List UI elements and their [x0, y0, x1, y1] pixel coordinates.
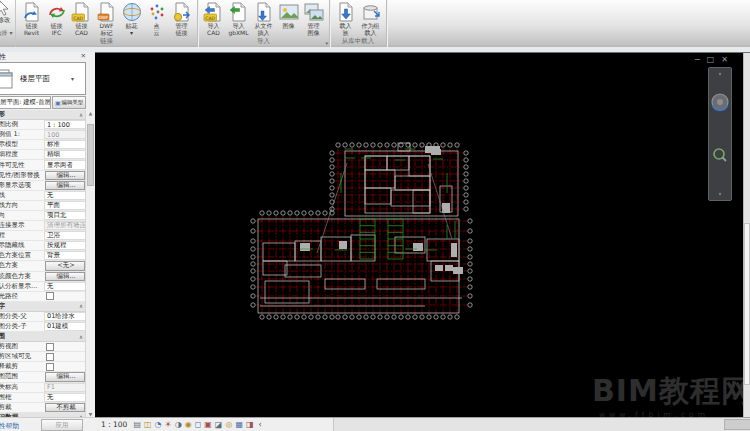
property-label: 可见性/图形替换 [0, 171, 44, 180]
instance-selector[interactable]: 楼层平面: 建模-首层 ∨ [0, 96, 51, 109]
displaced-elements-icon[interactable]: ◨ [246, 419, 254, 431]
ribbon-button-image[interactable]: 图像 [276, 1, 301, 30]
vertical-scrollbar[interactable] [743, 53, 750, 418]
property-value[interactable]: 无 [44, 393, 86, 402]
property-label: 相关标高 [0, 383, 44, 392]
property-value[interactable]: 显示两者 [44, 160, 86, 169]
property-value[interactable]: 编辑... [45, 171, 85, 180]
property-value[interactable]: 无 [44, 282, 86, 291]
collapse-icon[interactable]: ∧ [79, 303, 83, 309]
property-row: 可见性/图形替换编辑... [0, 171, 86, 181]
section-header-范围[interactable]: 范围∧ [0, 332, 86, 342]
detail-level-icon[interactable]: ◫ [144, 419, 152, 431]
ribbon-button-link-cad[interactable]: CAD链接CAD [69, 1, 94, 36]
property-row: 视图分类-父01给排水 [0, 312, 86, 322]
ribbon-button-load-as-group[interactable]: 作为组载入 [358, 1, 383, 36]
ribbon-button-import-cad[interactable]: CAD导入CAD [201, 1, 226, 36]
section-header-图形[interactable]: 图形∧ [0, 110, 86, 120]
modify-button[interactable]: 修改 [0, 16, 11, 25]
property-value[interactable]: 平面 [44, 201, 86, 210]
apply-button[interactable]: 应用 [41, 419, 83, 431]
ribbon-button-dwf-markup[interactable]: DWFDWF标记 [94, 1, 119, 36]
ribbon-button-import-gbxml[interactable]: 导入gbXML [226, 1, 251, 36]
property-value[interactable]: 项目北 [44, 211, 86, 220]
checkbox[interactable] [46, 363, 54, 371]
property-value[interactable]: 无 [44, 191, 86, 200]
property-value[interactable]: 按规程 [44, 241, 86, 250]
zoom-icon[interactable] [714, 149, 726, 161]
ribbon-button-label: ▾ [130, 30, 133, 37]
view-properties-icon[interactable]: ▦ [235, 419, 243, 431]
ribbon-button-link-revit[interactable]: 链接Revit [19, 1, 44, 36]
property-value[interactable] [44, 352, 86, 361]
property-value[interactable] [44, 292, 86, 301]
property-value[interactable]: 编辑... [45, 272, 85, 281]
edit-type-button[interactable]: ▣ 编辑类型 [52, 96, 86, 109]
ribbon-button-manage-links[interactable]: 管理链接 [169, 1, 194, 36]
property-row: 默认分析显示...无 [0, 282, 86, 292]
property-value[interactable]: 编辑... [45, 181, 85, 190]
type-selector[interactable]: 楼层平面 ▾ [0, 62, 86, 95]
reference-lines [317, 163, 452, 253]
ribbon-button-insert-from-file[interactable]: 从文件插入 [251, 1, 276, 36]
scale-icon[interactable]: ▤ [133, 419, 141, 431]
reveal-hidden-icon[interactable]: ◎ [225, 419, 232, 431]
checkbox[interactable] [46, 353, 54, 361]
section-header-文字[interactable]: 文字∧ [0, 302, 86, 312]
sun-path-icon[interactable]: ☀ [165, 419, 172, 431]
ribbon-button-decal[interactable]: 贴花▾ [119, 1, 144, 36]
ribbon-button-link-ifc[interactable]: 链接IFC [44, 1, 69, 36]
shadows-icon[interactable]: ◑ [175, 419, 182, 431]
ribbon-button-point-cloud[interactable]: 点云 [144, 1, 169, 36]
close-view-icon[interactable]: ✕ [721, 55, 728, 64]
horizontal-scrollbar-thumb[interactable] [724, 419, 750, 430]
modify-panel: 修改 选择 ▾ [0, 0, 16, 47]
property-value[interactable] [44, 342, 86, 351]
minimize-icon[interactable]: ─ [695, 55, 700, 64]
ribbon-button-label: 标记 [101, 30, 113, 37]
floor-plan-canvas[interactable] [95, 53, 744, 419]
ribbon-button-load-family[interactable]: 载入族 [333, 1, 358, 36]
collapse-bar-icon[interactable]: ‹ [259, 420, 262, 429]
visual-style-icon[interactable]: ◔ [155, 419, 162, 431]
property-row: 显示隐藏线按规程 [0, 241, 86, 251]
scrollbar-thumb[interactable] [87, 124, 94, 186]
dialog-launcher-icon[interactable]: ▾ [325, 40, 328, 46]
crop-view-icon[interactable]: ◻ [195, 419, 202, 431]
property-value[interactable]: 1 : 100 [44, 120, 86, 129]
property-value[interactable]: 01给排水 [44, 312, 86, 321]
vertical-scrollbar-thumb[interactable] [744, 223, 750, 385]
property-value[interactable]: <无> [45, 261, 85, 270]
view-scale-button[interactable]: 1 : 100 [101, 420, 127, 429]
hide-isolate-icon[interactable]: ◪ [215, 419, 223, 431]
ribbon-button-manage-images[interactable]: 管理图像 [301, 1, 326, 36]
ribbon-group-label: 从库中载入 [330, 37, 386, 46]
floor-plan-view[interactable]: BIM教程网 www.ffbim.com ─ □ ✕ [95, 53, 744, 419]
checkbox[interactable] [46, 292, 54, 300]
scroll-up-icon[interactable]: ▲ [86, 111, 95, 116]
properties-help-link[interactable]: 属性帮助 [0, 421, 19, 431]
collapse-icon[interactable]: ∧ [79, 334, 83, 340]
property-value[interactable]: 01建模 [44, 322, 86, 331]
checkbox[interactable] [46, 343, 54, 351]
property-value[interactable]: 编辑... [45, 372, 85, 381]
property-value[interactable]: 卫浴 [44, 231, 86, 240]
close-icon[interactable]: ✕ [81, 52, 86, 60]
section-header-label: 文字 [0, 302, 5, 311]
property-value[interactable]: 不剪裁 [45, 403, 85, 412]
steering-wheel-icon[interactable] [712, 94, 728, 110]
property-value[interactable]: 标准 [44, 140, 86, 149]
property-row: 范围框无 [0, 393, 86, 403]
rendering-dialog-icon[interactable]: ◉ [185, 419, 192, 431]
restore-icon[interactable]: □ [707, 55, 715, 64]
crop-region-icon[interactable]: ▣ [204, 419, 212, 431]
property-row: 墙连接显示清理所有墙连... [0, 221, 86, 231]
horizontal-scrollbar[interactable] [333, 418, 750, 431]
collapse-icon[interactable]: ∧ [79, 112, 83, 118]
property-value[interactable]: 精细 [44, 150, 86, 159]
property-value[interactable]: 背景 [44, 251, 86, 260]
property-value[interactable] [44, 362, 86, 371]
link-ifc-icon [46, 1, 68, 23]
properties-scrollbar[interactable]: ▲ ▼ [85, 110, 95, 418]
modify-cursor-icon[interactable] [0, 0, 12, 16]
